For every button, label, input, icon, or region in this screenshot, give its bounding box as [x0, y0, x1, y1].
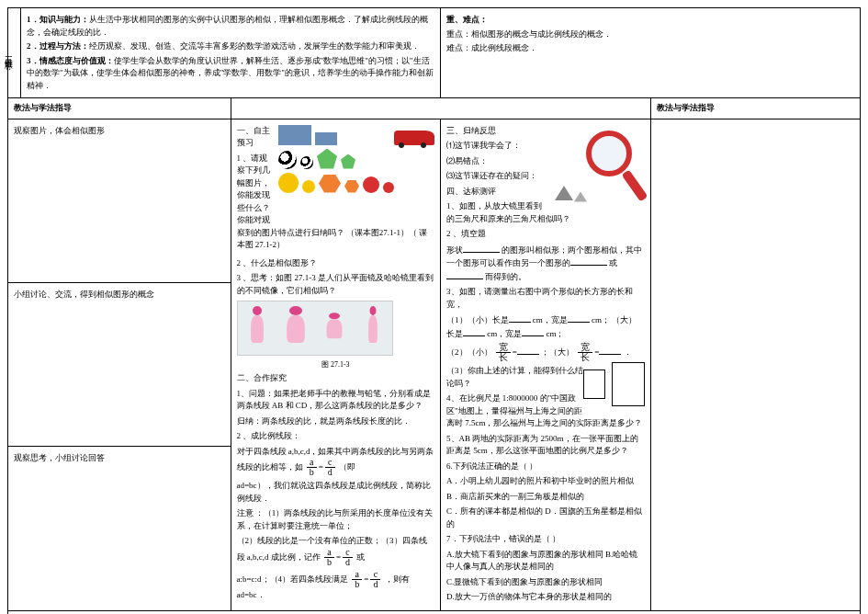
red-circle-icon: [363, 176, 379, 193]
test-6a: A．小明上幼儿园时的照片和初中毕业时的照片相似: [446, 475, 645, 488]
obj3-label: 3．情感态度与价值观：: [27, 56, 114, 65]
circle-large-icon: [278, 173, 299, 193]
hexagon-small-icon: [344, 180, 359, 193]
method-r3: 观察思考，小组讨论回答: [14, 452, 225, 465]
figure-caption: 图 27.1-3: [237, 359, 435, 370]
diff-text1: 重点：相似图形的概念与成比例线段的概念．: [446, 28, 854, 41]
body-row-1: 观察图片，体会相似图形: [8, 119, 861, 282]
figure-short-icon: [321, 313, 347, 344]
objectives-label: 三维目标: [8, 8, 21, 98]
objectives-cell: 1．知识与能力：从生活中形状相同的图形的实例中认识图形的相似，理解相似图形概念．…: [21, 8, 441, 98]
t3-2b: ；（大）: [541, 347, 574, 357]
diff-label: 重、难点：: [446, 15, 488, 24]
frac-c-d-3: cd: [370, 570, 380, 589]
objectives-row: 三维目标 1．知识与能力：从生活中形状相同的图形的实例中认识图形的相似，理解相似…: [8, 8, 861, 98]
note2b-text: 或: [356, 551, 365, 561]
car-icon: [394, 131, 434, 145]
test-5: 5、AB 两地的实际距离为 2500m，在一张平面图上的距离是 5cm，那么这张…: [446, 433, 645, 458]
blank-5: [568, 313, 590, 323]
shapes-illustration: [278, 125, 434, 217]
test-2a: 形状 的图形叫相似形；两个图形相似，其中一个图形可以看作由另一个图形的 或 而得…: [446, 244, 645, 284]
figure-thin-icon: [365, 306, 380, 350]
left-p2: 2 、成比例线段：: [237, 430, 435, 443]
pentagon-icon: [317, 149, 337, 169]
method-right-cell: [650, 119, 861, 610]
frac-a-b-3: ab: [352, 570, 362, 589]
left-main-cell: 一、自主预习 1 、请观察下列几幅图片，你能发现些什么？你能对观察到的图片特点进…: [231, 119, 441, 610]
reflection-cell: 教学反思：: [8, 610, 861, 614]
obj1-label: 1．知识与能力：: [27, 15, 89, 24]
diff-text2: 难点：成比例线段概念．: [446, 42, 854, 55]
left-p1b: 归纳：两条线段的比，就是两条线段长度的比．: [237, 415, 435, 428]
blank-8: [517, 346, 539, 355]
blank-2: [570, 256, 607, 266]
triangle-small-icon: [574, 191, 587, 201]
mirror-illustration: [237, 301, 393, 356]
frac-c-d-2: cd: [343, 548, 353, 567]
blank-9: [599, 346, 621, 355]
method-r1: 观察图片，体会相似图形: [14, 125, 225, 138]
t3-2c: ．: [624, 347, 632, 357]
method-cell-3: 观察思考，小组讨论回答: [8, 447, 231, 610]
p2a-pre: 对于四条线段 a,b,c,d，如果其中两条线段的比与另两条线段的比相等，如: [237, 447, 434, 472]
test-7a: A.放大镜下看到的图象与原图象的形状相同 B.哈哈镜中人像与真人的形状是相同的: [446, 549, 645, 574]
t3-1d: cm，宽是: [487, 329, 522, 338]
right-main-cell: 三、归纳反思 ⑴这节课我学会了： ⑵易错点： ⑶这节课还存在的疑问： 四、达标测…: [441, 119, 651, 610]
left-q2: 2 、什么是相似图形？: [237, 257, 435, 270]
blank-3: [446, 270, 483, 279]
left-p2a: 对于四条线段 a,b,c,d，如果其中两条线段的比与另两条线段的比相等，如 ab…: [237, 446, 435, 478]
frac-c-d: cd: [325, 458, 335, 477]
method-r2: 小组讨论、交流，得到相似图形的概念: [14, 289, 225, 301]
test-3: 3、如图，请测量出右图中两个形似的长方形的长和宽，: [446, 286, 645, 311]
frac-wl-1: 宽长: [496, 343, 511, 362]
blank-6: [463, 327, 485, 336]
test-6b: B．商店新买来的一副三角板是相似的: [446, 491, 645, 504]
figure-wide-icon: [280, 306, 311, 350]
method-cell-1: 观察图片，体会相似图形: [8, 119, 231, 282]
note3-pre: a:b=c:d；（4）若四条线段满足: [237, 574, 349, 583]
red-circle-small-icon: [383, 182, 394, 193]
test-2: 2 、填空题: [446, 228, 645, 241]
pentagon-small-icon: [341, 154, 355, 169]
t3-2a: （2）（小）: [446, 347, 492, 357]
triangle-icon: [555, 186, 573, 200]
blank-7: [522, 327, 544, 336]
frac-a-b-2: ab: [324, 548, 334, 567]
test-3-2: （2）（小） 宽长= ；（大） 宽长= ．: [446, 343, 645, 362]
test-6: 6.下列说法正确的是（ ）: [446, 460, 645, 473]
frac-wl-2: 宽长: [578, 343, 592, 362]
rect-small-icon: [583, 370, 605, 399]
building-icon: [278, 125, 311, 145]
soccer-ball-icon: [278, 151, 297, 169]
left-q3: 3 、思考：如图 27.1-3 是人们从平面镜及哈哈镜里看到的不同镜像，它们相似…: [237, 272, 435, 297]
t3-1a: （1）（小）长是: [446, 315, 509, 324]
method-header-left: 教法与学法指导: [8, 98, 231, 119]
building-small-icon: [315, 132, 337, 145]
obj2-label: 2．过程与方法：: [27, 41, 89, 51]
difficulties-cell: 重、难点： 重点：相似图形的概念与成比例线段的概念． 难点：成比例线段概念．: [441, 8, 861, 98]
t2a-pre: 形状: [446, 245, 463, 255]
main-header-spacer: [231, 98, 650, 119]
lesson-plan-table: 三维目标 1．知识与能力：从生活中形状相同的图形的实例中认识图形的相似，理解相似…: [7, 7, 861, 614]
soccer-ball-small-icon: [300, 156, 313, 169]
method-header-right: 教法与学法指导: [650, 98, 861, 119]
test-7: 7．下列说法中，错误的是（ ）: [446, 533, 645, 546]
hexagon-icon: [319, 175, 341, 193]
rect-large-icon: [612, 362, 645, 406]
magnifier-illustration: [549, 127, 641, 210]
blank-4: [509, 313, 531, 323]
section2-title: 二、合作探究: [237, 372, 435, 385]
t3-1e: cm；: [547, 329, 565, 338]
obj2-text: 经历观察、发现、创造、交流等丰富多彩的数学游戏活动，发展学生的数学能力和审美观．: [89, 41, 420, 51]
method-header-row: 教法与学法指导 教法与学法指导: [8, 98, 861, 119]
left-p1: 1、问题：如果把老师手中的教鞭与铅笔，分别看成是两条线段 AB 和 CD，那么这…: [237, 388, 435, 413]
test-7b: C.显微镜下看到的图象与原图象的形状相同: [446, 576, 645, 589]
frac-a-b: ab: [307, 458, 317, 477]
figure-icon: [246, 306, 268, 350]
left-note1: 注意 ：（1）两条线段的比与所采用的长度单位没有关系，在计算时要注意统一单位；: [237, 507, 435, 532]
t3-1b: cm，宽是: [533, 315, 568, 324]
p2a-post: （即: [339, 462, 355, 472]
test-6c: C．所有的课本都是相似的 D．国旗的五角星都是相似的: [446, 506, 645, 530]
t2a-mid2: 或: [609, 258, 617, 267]
test-3-1: （1）（小）长是 cm，宽是 cm； （大）长是 cm，宽是 cm；: [446, 313, 645, 340]
